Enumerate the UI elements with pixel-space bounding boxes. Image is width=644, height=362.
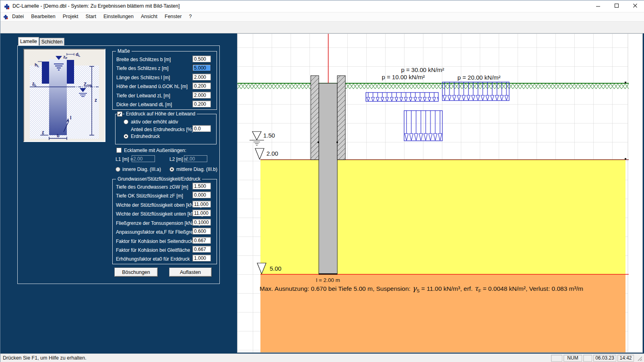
- mittlere-diag-label: mittlere Diag. (III.b): [176, 167, 217, 172]
- erdruhedruck-radio-label: Erdruhedruck: [131, 134, 160, 139]
- auflasten-button[interactable]: Auflasten: [169, 267, 212, 277]
- result-summary: Max. Ausnutzung: 0.670 bei Tiefe 5.00 m,…: [260, 284, 634, 293]
- tiefe-leitwand-input[interactable]: [192, 92, 211, 99]
- resize-grip[interactable]: [637, 356, 643, 362]
- status-pane-empty: [551, 355, 562, 362]
- tau-symbol: τ: [475, 284, 479, 292]
- depth-label-500: 5.00: [270, 265, 281, 272]
- load-label-p10: p = 10.00 kN/m²: [382, 74, 425, 80]
- anteil-label: Anteil des Erdruhedrucks [%]: [131, 127, 193, 132]
- depth-label-200: 2.00: [266, 150, 278, 157]
- menu-einstellungen[interactable]: Einstellungen: [100, 12, 137, 21]
- erdruhedruck-radio[interactable]: [124, 134, 128, 139]
- laenge-schlitz-input[interactable]: [192, 74, 211, 80]
- result-suffix: = 0.0048 kN/m², Verlust: 0.083 m³/m: [481, 285, 583, 292]
- group-grundwasser-title: Grundwasser/Stützflüssigkeit/Erddruck: [116, 176, 202, 182]
- menu-ansicht[interactable]: Ansicht: [137, 12, 161, 21]
- status-message: Drücken Sie F1, um Hilfe zu erhalten.: [3, 355, 87, 361]
- innere-diag-radio: [116, 167, 120, 172]
- menu-bearbeiten[interactable]: Bearbeiten: [27, 12, 59, 21]
- load-block-p30: [404, 111, 442, 141]
- breite-schlitz-input[interactable]: [192, 56, 211, 62]
- dicke-leitwand-input[interactable]: [192, 101, 211, 107]
- load-label-p30: p = 30.00 kN/m²: [401, 66, 444, 73]
- field-label: Erhöhungsfaktor eta0 für Erddruck: [116, 256, 190, 262]
- svg-text:z: z: [95, 97, 97, 103]
- status-pane-date: 06.03.23: [593, 355, 616, 362]
- menu-projekt[interactable]: Projekt: [59, 12, 82, 21]
- l2-input: [184, 155, 207, 162]
- schematic-picture: zF dL hL zL ZGW z z l b: [23, 49, 105, 142]
- field-label: Dicke der Leitwand dL [m]: [116, 102, 172, 107]
- wichte-unten-input[interactable]: [192, 210, 211, 216]
- result-mid: = 11.00 kN/m³, erf.: [419, 285, 474, 292]
- field-label: Wichte der Stützflüssigkeit unten [kN/m³…: [116, 211, 203, 217]
- erhoehungsfaktor-input[interactable]: [192, 255, 211, 261]
- tab-schichten[interactable]: Schichten: [39, 38, 64, 46]
- erddruck-checkbox-label: Erddruck auf Höhe der Leitwand: [124, 111, 197, 117]
- kohaesion-gleitflaeche-input[interactable]: [192, 246, 211, 253]
- status-bar: Drücken Sie F1, um Hilfe zu erhalten. NU…: [0, 354, 644, 362]
- fliessgrenze-input[interactable]: [192, 219, 211, 226]
- soil-layer-upper: [260, 160, 625, 274]
- menu-start[interactable]: Start: [82, 12, 100, 21]
- field-label: Faktor für Kohäsion bei Gleitfläche: [116, 247, 190, 253]
- l1-input: [132, 155, 155, 162]
- svg-text:b: b: [57, 133, 60, 138]
- maximize-button[interactable]: [607, 0, 626, 12]
- anteil-erdruhedruck-input[interactable]: [192, 125, 211, 132]
- maximize-icon: [614, 3, 619, 8]
- trench-length-label: l = 2.00 m: [316, 277, 340, 283]
- toolbar: W: [0, 21, 644, 33]
- field-label: Fließgrenze der Tonsuspension [kN/m²]: [116, 220, 200, 226]
- boeschungen-button[interactable]: Böschungen: [114, 267, 158, 277]
- load-block-p20: [442, 82, 509, 101]
- wichte-oben-input[interactable]: [192, 201, 211, 208]
- cross-section-drawing: p = 30.00 kN/m² p = 10.00 kN/m² p = 20.0…: [237, 34, 642, 352]
- menu-bar: DateiBearbeitenProjektStartEinstellungen…: [0, 12, 644, 21]
- zf-input[interactable]: [192, 191, 211, 198]
- svg-text:z: z: [42, 130, 44, 134]
- innere-diag-label: innere Diag. (III.a): [122, 167, 161, 172]
- tab-lamelle[interactable]: Lamelle: [18, 37, 39, 46]
- anpassungsfaktor-input[interactable]: [192, 228, 211, 234]
- ecklamelle-checkbox[interactable]: [116, 148, 122, 153]
- window-title: DC-Lamelle - [Demo.dbl - System: Zu Erge…: [12, 3, 180, 9]
- menu-fenster[interactable]: Fenster: [161, 12, 185, 21]
- trench: [319, 83, 337, 274]
- menu-hilfe[interactable]: ?: [185, 12, 195, 21]
- aktiv-radio[interactable]: [124, 119, 128, 124]
- field-label: Höhe der Leitwand ü.GOK hL [m]: [116, 84, 188, 89]
- gamma-symbol: γ: [412, 284, 417, 292]
- depth-label-150: 1.50: [263, 132, 275, 139]
- close-button[interactable]: [626, 0, 644, 12]
- minimize-icon: [596, 3, 601, 8]
- l1-label: L1 [m] =: [116, 156, 133, 162]
- load-label-p20: p = 20.00 kN/m²: [457, 74, 500, 81]
- close-icon: [633, 3, 638, 8]
- application-window: DC-Lamelle - [Demo.dbl - System: Zu Erge…: [0, 0, 644, 362]
- ground-hatch: [237, 84, 629, 89]
- field-label: Tiefe OK Stützflüssigkeit zF [m]: [116, 193, 183, 199]
- field-label: Tiefe des Grundwassers zGW [m]: [116, 184, 188, 190]
- mittlere-diag-radio: [169, 167, 174, 172]
- system-drawing-panel[interactable]: p = 30.00 kN/m² p = 10.00 kN/m² p = 20.0…: [237, 33, 643, 353]
- menu-datei[interactable]: Datei: [8, 12, 27, 21]
- zgw-input[interactable]: [192, 183, 211, 189]
- hoehe-leitwand-input[interactable]: [192, 82, 211, 89]
- status-pane-empty: [583, 355, 592, 362]
- ecklamelle-checkbox-label: Ecklamelle mit Außenlängen:: [124, 148, 186, 153]
- field-label: Länge des Schlitzes l [m]: [116, 75, 170, 80]
- field-label: Tiefe der Leitwand zL [m]: [116, 93, 170, 99]
- erddruck-checkbox[interactable]: ✓: [117, 111, 122, 117]
- kohaesion-seitendruck-input[interactable]: [192, 237, 211, 244]
- result-prefix: Max. Ausnutzung: 0.670 bei Tiefe 5.00 m,…: [260, 285, 412, 292]
- aktiv-radio-label: aktiv oder erhöht aktiv: [131, 119, 178, 125]
- group-masse-title: Maße: [116, 48, 132, 54]
- tiefe-schlitz-input[interactable]: [192, 64, 211, 71]
- load-block-p10: [366, 93, 438, 101]
- minimize-button[interactable]: [589, 0, 607, 12]
- field-label: Wichte der Stützflüssigkeit oben [kN/m³]: [116, 202, 202, 208]
- field-label: Faktor für Kohäsion bei Seitendruck: [116, 239, 193, 244]
- document-icon: [3, 14, 8, 20]
